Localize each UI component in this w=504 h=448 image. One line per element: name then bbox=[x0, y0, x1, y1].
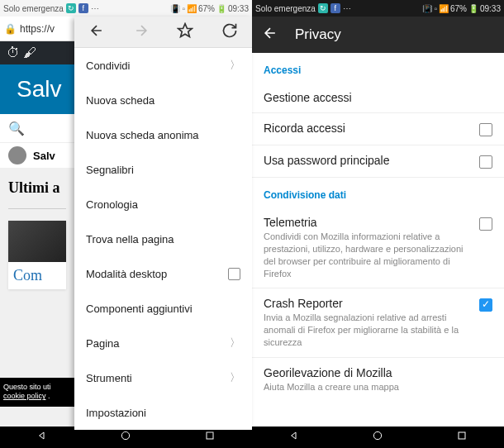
cookie-notice: Questo sito uti cookie policy . bbox=[0, 378, 74, 407]
svg-rect-3 bbox=[459, 432, 465, 439]
setting-title: Telemetria bbox=[264, 216, 471, 229]
post-thumbnail bbox=[8, 221, 66, 262]
setting-geolocation[interactable]: Georilevazione di Mozilla Aiuta Mozilla … bbox=[252, 358, 504, 402]
setting-crash-reporter[interactable]: Crash Reporter Invia a Mozilla segnalazi… bbox=[252, 288, 504, 357]
status-network: Solo emergenza bbox=[255, 4, 316, 13]
menu-label: Pagina bbox=[86, 337, 119, 350]
menu-label: Modalità desktop bbox=[86, 268, 167, 280]
privacy-body: Accessi Gestione accessi Ricorda accessi… bbox=[252, 53, 504, 427]
more-icon: ⋯ bbox=[91, 4, 99, 13]
privacy-header: Privacy bbox=[252, 17, 504, 53]
right-screen: Solo emergenza ↻ f ⋯ 📳 ▫ 📶 67% 🔋 09:33 P… bbox=[252, 0, 504, 448]
svg-point-0 bbox=[122, 431, 130, 439]
checkbox[interactable] bbox=[479, 155, 492, 169]
site-search[interactable]: 🔍 bbox=[0, 114, 74, 143]
setting-subtitle: Invia a Mozilla segnalazioni relative ad… bbox=[264, 312, 471, 349]
app-icon-1: ↻ bbox=[318, 3, 328, 13]
menu-label: Cronologia bbox=[86, 198, 138, 211]
setting-title: Crash Reporter bbox=[264, 297, 471, 310]
menu-new-private-tab[interactable]: Nuova scheda anonima bbox=[74, 117, 252, 152]
menu-list: Condividi〉 Nuova scheda Nuova scheda ano… bbox=[74, 48, 252, 430]
chevron-right-icon: 〉 bbox=[230, 336, 240, 350]
menu-history[interactable]: Cronologia bbox=[74, 187, 252, 222]
nav-recent-icon[interactable] bbox=[455, 429, 468, 446]
status-time: 09:33 bbox=[480, 4, 501, 13]
checkbox[interactable] bbox=[479, 217, 492, 231]
nav-back-icon[interactable] bbox=[36, 429, 49, 446]
menu-label: Nuova scheda bbox=[86, 94, 155, 107]
app-icon-1: ↻ bbox=[66, 3, 76, 13]
menu-label: Impostazioni bbox=[86, 407, 146, 419]
bookmark-star-icon[interactable] bbox=[177, 22, 193, 42]
menu-desktop-mode[interactable]: Modalità desktop bbox=[74, 256, 252, 291]
reload-icon[interactable] bbox=[221, 22, 238, 42]
browser-menu: Condividi〉 Nuova scheda Nuova scheda ano… bbox=[74, 17, 252, 430]
menu-label: Trova nella pagina bbox=[86, 233, 174, 245]
left-screen: Solo emergenza ↻ f ⋯ 📳 ▫ 📶 67% 🔋 09:33 🔒… bbox=[0, 0, 252, 448]
setting-title: Usa password principale bbox=[264, 154, 471, 167]
menu-label: Nuova scheda anonima bbox=[86, 129, 199, 141]
nav-home-icon[interactable] bbox=[371, 429, 384, 446]
cookie-text: Questo sito uti bbox=[3, 383, 51, 391]
setting-subtitle: Condividi con Mozilla informazioni relat… bbox=[264, 231, 471, 279]
avatar bbox=[8, 146, 26, 164]
chevron-right-icon: 〉 bbox=[230, 370, 240, 385]
wifi-icon: 📶 bbox=[439, 4, 449, 13]
menu-find-in-page[interactable]: Trova nella pagina bbox=[74, 222, 252, 256]
menu-tools[interactable]: Strumenti〉 bbox=[74, 360, 252, 395]
menu-settings[interactable]: Impostazioni bbox=[74, 395, 252, 430]
menu-label: Strumenti bbox=[86, 372, 132, 384]
section-heading: Ultimi a bbox=[0, 168, 74, 208]
setting-subtitle: Aiuta Mozilla a creare una mappa bbox=[264, 381, 492, 393]
site-title: Salv bbox=[17, 76, 61, 102]
more-icon: ⋯ bbox=[343, 4, 351, 13]
page-title: Privacy bbox=[295, 26, 341, 43]
vibrate-icon: 📳 bbox=[422, 4, 432, 13]
checkbox-checked[interactable] bbox=[479, 298, 492, 312]
battery-percent: 67% bbox=[198, 4, 215, 13]
menu-new-tab[interactable]: Nuova scheda bbox=[74, 83, 252, 117]
nav-back-icon[interactable] bbox=[288, 429, 301, 446]
status-bar: Solo emergenza ↻ f ⋯ 📳 ▫ 📶 67% 🔋 09:33 bbox=[252, 0, 504, 17]
battery-icon: 🔋 bbox=[216, 4, 226, 13]
search-icon: 🔍 bbox=[8, 121, 25, 136]
signal-icon: ▫ bbox=[182, 4, 185, 13]
menu-label: Condividi bbox=[86, 60, 130, 72]
setting-manage-access[interactable]: Gestione accessi bbox=[252, 83, 504, 112]
facebook-icon: f bbox=[330, 3, 340, 13]
chevron-right-icon: 〉 bbox=[230, 58, 240, 73]
battery-percent: 67% bbox=[450, 4, 467, 13]
author-name: Salv bbox=[33, 150, 55, 162]
menu-toolbar bbox=[74, 17, 252, 48]
setting-telemetry[interactable]: Telemetria Condividi con Mozilla informa… bbox=[252, 207, 504, 288]
status-bar: Solo emergenza ↻ f ⋯ 📳 ▫ 📶 67% 🔋 09:33 bbox=[0, 0, 252, 17]
menu-addons[interactable]: Componenti aggiuntivi bbox=[74, 291, 252, 326]
svg-rect-1 bbox=[207, 432, 213, 439]
section-access: Accessi bbox=[252, 53, 504, 83]
menu-bookmarks[interactable]: Segnalibri bbox=[74, 152, 252, 187]
menu-page[interactable]: Pagina〉 bbox=[74, 326, 252, 360]
menu-label: Segnalibri bbox=[86, 164, 134, 176]
vibrate-icon: 📳 bbox=[170, 4, 180, 13]
divider bbox=[8, 208, 66, 209]
facebook-icon: f bbox=[78, 3, 88, 13]
signal-icon: ▫ bbox=[434, 4, 437, 13]
setting-master-password[interactable]: Usa password principale bbox=[252, 145, 504, 177]
menu-share[interactable]: Condividi〉 bbox=[74, 48, 252, 83]
setting-title: Georilevazione di Mozilla bbox=[264, 366, 492, 379]
setting-remember-access[interactable]: Ricorda accessi bbox=[252, 113, 504, 145]
url-text: https://v bbox=[20, 23, 55, 35]
setting-title: Ricorda accessi bbox=[264, 122, 471, 135]
back-arrow-icon[interactable] bbox=[262, 25, 278, 45]
post-card[interactable]: Com bbox=[8, 221, 66, 289]
brush-icon: 🖌 bbox=[23, 45, 36, 60]
nav-home-icon[interactable] bbox=[119, 429, 132, 446]
battery-icon: 🔋 bbox=[468, 4, 478, 13]
cookie-policy-link[interactable]: cookie policy bbox=[3, 392, 46, 400]
back-icon[interactable] bbox=[88, 22, 105, 42]
author-row: Salv bbox=[0, 143, 74, 168]
setting-title: Gestione accessi bbox=[264, 91, 492, 104]
checkbox[interactable] bbox=[479, 123, 492, 136]
nav-recent-icon[interactable] bbox=[203, 429, 216, 446]
checkbox[interactable] bbox=[228, 268, 240, 280]
